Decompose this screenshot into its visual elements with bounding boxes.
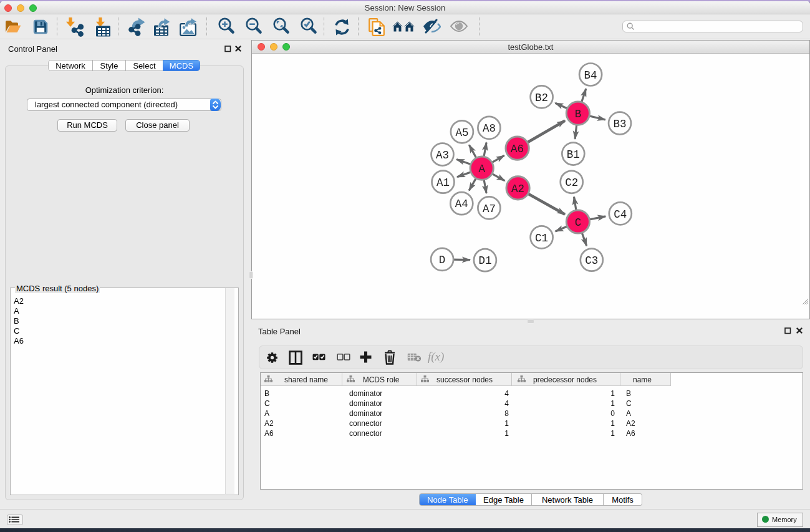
svg-text:C2: C2	[565, 177, 578, 189]
svg-text:B4: B4	[584, 69, 597, 82]
svg-text:B1: B1	[567, 148, 580, 161]
svg-text:C: C	[575, 216, 582, 229]
svg-text:C1: C1	[535, 232, 548, 244]
svg-text:A: A	[478, 163, 485, 175]
svg-text:A5: A5	[455, 127, 468, 139]
svg-text:A4: A4	[455, 198, 468, 210]
svg-text:D: D	[439, 254, 446, 266]
svg-text:C4: C4	[614, 208, 627, 221]
svg-text:D1: D1	[478, 254, 491, 267]
svg-text:B2: B2	[535, 92, 548, 104]
svg-text:A7: A7	[483, 203, 496, 215]
svg-text:B3: B3	[613, 118, 626, 130]
svg-text:A8: A8	[483, 122, 496, 135]
svg-text:A1: A1	[436, 177, 450, 189]
svg-text:C3: C3	[585, 254, 598, 267]
svg-text:B: B	[575, 108, 582, 120]
svg-text:A3: A3	[436, 149, 449, 162]
svg-text:A2: A2	[511, 183, 524, 195]
svg-text:A6: A6	[511, 143, 524, 155]
